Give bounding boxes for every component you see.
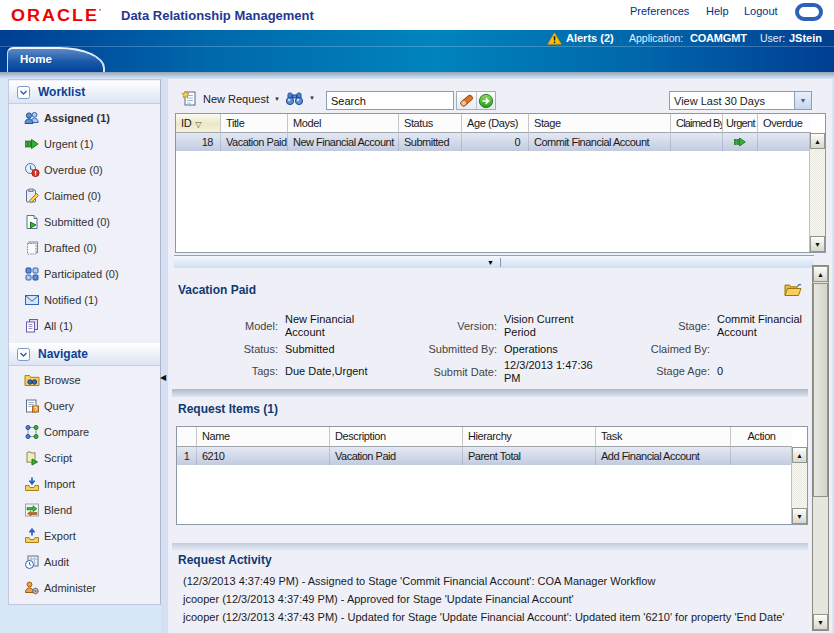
search-buttons (456, 91, 496, 110)
horizontal-splitter[interactable]: ▼ (174, 255, 814, 268)
open-folder-icon[interactable] (784, 282, 802, 298)
urgent-icon (733, 135, 747, 149)
column-header-urgent[interactable]: Urgent (723, 114, 758, 133)
field-version: Version: Vision Current Period (414, 312, 589, 340)
assigned-icon (24, 110, 40, 126)
worklist-collapse-icon[interactable] (17, 86, 30, 99)
sidebar-item-all[interactable]: All (1) (9, 313, 160, 339)
items-column-name[interactable]: Name (197, 427, 330, 447)
items-column-description[interactable]: Description (330, 427, 463, 447)
find-button[interactable]: ▼ (285, 90, 315, 106)
cell-age: 0 (462, 133, 529, 151)
scroll-up-icon[interactable]: ▲ (810, 133, 825, 149)
link-logout[interactable]: Logout (744, 5, 778, 17)
worklist-section-header[interactable]: Worklist (9, 81, 160, 104)
items-activity-splitter[interactable] (172, 543, 808, 551)
main-scrollbar[interactable]: ▲ ▼ (812, 265, 829, 631)
splitter-collapse-icon[interactable]: ▼ (487, 259, 494, 266)
column-header-title[interactable]: Title (221, 114, 288, 133)
column-header-claimed-by[interactable]: Claimed By (671, 114, 723, 133)
item-cell-action (731, 447, 792, 465)
request-items-row[interactable]: 1 6210 Vacation Paid Parent Total Add Fi… (177, 447, 807, 465)
column-header-id[interactable]: ID▽ (176, 114, 221, 133)
cell-urgent (723, 133, 758, 151)
sidebar-item-administer[interactable]: Administer (9, 575, 160, 601)
cell-status: Submitted (399, 133, 462, 151)
view-filter-chevron-icon[interactable]: ▼ (794, 92, 811, 109)
submitted-icon (24, 214, 40, 230)
view-filter-select[interactable]: View Last 30 Days ▼ (669, 91, 812, 110)
sidebar-item-drafted[interactable]: Drafted (0) (9, 235, 160, 261)
sidebar-item-assigned[interactable]: Assigned (1) (9, 105, 160, 131)
column-header-stage[interactable]: Stage (529, 114, 671, 133)
new-request-caret: ▼ (274, 96, 280, 102)
detail-items-splitter[interactable] (172, 389, 808, 397)
navigate-section-header[interactable]: Navigate (9, 343, 160, 366)
request-detail-panel: Vacation Paid Model: New Financial Accou… (168, 268, 812, 633)
sidebar-collapse-arrow[interactable]: ◀ (160, 372, 168, 383)
worklist-table-scrollbar[interactable]: ▲ ▼ (809, 133, 825, 252)
sidebar-item-browse[interactable]: Browse (9, 367, 160, 393)
cell-model: New Financial Account (288, 133, 399, 151)
main-scroll-thumb[interactable] (813, 283, 828, 497)
items-scroll-down-icon[interactable]: ▼ (792, 508, 807, 524)
cell-claimed-by (671, 133, 723, 151)
eraser-icon (459, 93, 474, 108)
items-column-task[interactable]: Task (596, 427, 731, 447)
cell-id: 18 (176, 133, 221, 151)
tab-home[interactable]: Home (7, 47, 105, 72)
items-column-action[interactable]: Action (731, 427, 792, 447)
search-input[interactable] (326, 91, 454, 110)
navigate-section-title: Navigate (38, 347, 88, 361)
main-scroll-down-icon[interactable]: ▼ (813, 614, 828, 630)
field-submitted-by-value: Operations (504, 343, 609, 356)
field-stage-age-label: Stage Age: (637, 365, 717, 377)
items-scroll-up-icon[interactable]: ▲ (792, 447, 807, 463)
sidebar-item-script[interactable]: Script (9, 445, 160, 471)
request-items-scrollbar[interactable]: ▲ ▼ (791, 447, 807, 524)
cell-title: Vacation Paid (221, 133, 288, 151)
column-header-status[interactable]: Status (399, 114, 462, 133)
sidebar-item-urgent[interactable]: Urgent (1) (9, 131, 160, 157)
sidebar-item-overdue[interactable]: Overdue (0) (9, 157, 160, 183)
sidebar-item-compare[interactable]: Compare (9, 419, 160, 445)
link-preferences[interactable]: Preferences (630, 5, 689, 17)
field-version-label: Version: (414, 320, 504, 332)
column-header-age[interactable]: Age (Days) (462, 114, 529, 133)
worklist-section-title: Worklist (38, 85, 85, 99)
items-column-hierarchy[interactable]: Hierarchy (463, 427, 596, 447)
find-caret: ▼ (309, 95, 315, 101)
field-model-value: New Financial Account (285, 313, 385, 339)
sidebar-item-notified[interactable]: Notified (1) (9, 287, 160, 313)
new-request-button[interactable]: New Request ▼ (181, 90, 280, 107)
import-icon (24, 476, 40, 492)
column-header-model[interactable]: Model (288, 114, 399, 133)
link-help[interactable]: Help (706, 5, 729, 17)
new-request-icon (181, 90, 198, 107)
field-submit-date-value: 12/3/2013 1:47:36 PM (504, 359, 609, 385)
sidebar-item-query[interactable]: Query (9, 393, 160, 419)
item-cell-task: Add Financial Account (596, 447, 731, 465)
column-header-overdue[interactable]: Overdue (758, 114, 811, 133)
navigate-collapse-icon[interactable] (17, 348, 30, 361)
overdue-icon (24, 162, 40, 178)
main-scroll-up-icon[interactable]: ▲ (813, 266, 828, 282)
sidebar-item-import[interactable]: Import (9, 471, 160, 497)
banner-band: Alerts (2) Application: COAMGMT User: JS… (0, 30, 834, 72)
worklist-row[interactable]: 18 Vacation Paid New Financial Account S… (176, 133, 825, 151)
sidebar-item-claimed[interactable]: Claimed (0) (9, 183, 160, 209)
sidebar-item-participated[interactable]: Participated (0) (9, 261, 160, 287)
clear-search-button[interactable] (457, 92, 476, 109)
sidebar-item-submitted[interactable]: Submitted (0) (9, 209, 160, 235)
sidebar-item-audit[interactable]: Audit (9, 549, 160, 575)
scroll-down-icon[interactable]: ▼ (810, 236, 825, 252)
sidebar-item-blend[interactable]: Blend (9, 497, 160, 523)
sidebar-item-export[interactable]: Export (9, 523, 160, 549)
worklist-table: ID▽ Title Model Status Age (Days) Stage … (175, 113, 826, 253)
audit-icon (24, 554, 40, 570)
request-activity-log: (12/3/2013 4:37:49 PM) - Assigned to Sta… (183, 572, 784, 626)
go-button[interactable] (476, 92, 495, 109)
compare-icon (24, 424, 40, 440)
worklist-table-header: ID▽ Title Model Status Age (Days) Stage … (176, 114, 825, 133)
alerts-label[interactable]: Alerts (2) (566, 32, 614, 44)
